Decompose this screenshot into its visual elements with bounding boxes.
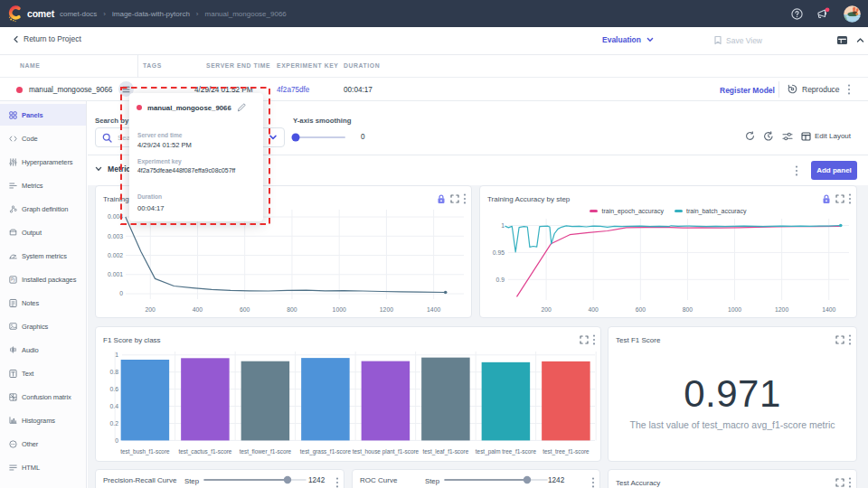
sidebar-item-graph-definition[interactable]: Graph definition — [0, 198, 86, 220]
search-scope-dropdown-icon[interactable] — [269, 134, 278, 141]
sidebar-item-code[interactable]: Code — [0, 127, 86, 149]
sidebar-item-graphics[interactable]: Graphics — [0, 315, 86, 337]
step-slider[interactable] — [444, 474, 551, 486]
svg-text:Py: Py — [11, 277, 16, 282]
bookmark-icon — [713, 35, 722, 45]
sidebar-item-histograms[interactable]: Histograms — [0, 409, 86, 431]
svg-text:800: 800 — [287, 306, 297, 313]
help-icon[interactable] — [791, 8, 803, 20]
popup-field-label: Duration — [137, 193, 162, 200]
svg-text:test_house plant_f1-score: test_house plant_f1-score — [353, 448, 420, 455]
breadcrumb-experiment[interactable]: manual_mongoose_9066 — [205, 10, 287, 18]
collapse-table-icon[interactable] — [856, 37, 864, 43]
svg-text:400: 400 — [193, 306, 203, 313]
other-icon — [9, 440, 17, 448]
breadcrumb: comet-docs › image-data-with-pytorch › m… — [60, 0, 287, 27]
sidebar-item-label: Audio — [22, 346, 39, 354]
code-icon — [9, 135, 17, 143]
sidebar-item-label: Hyperparameters — [22, 158, 72, 166]
save-view-button[interactable]: Save View — [713, 35, 762, 45]
divider — [778, 81, 779, 98]
step-slider[interactable] — [203, 474, 309, 486]
sidebar-item-output[interactable]: Output — [0, 221, 86, 243]
breadcrumb-project[interactable]: image-data-with-pytorch — [112, 10, 190, 18]
edit-name-icon[interactable] — [237, 103, 246, 112]
sidebar-item-installed-packages[interactable]: Py Installed packages — [0, 268, 86, 290]
column-header-name[interactable]: NAME — [20, 62, 40, 69]
avatar[interactable] — [844, 5, 861, 23]
popup-field-label: Server end time — [137, 132, 182, 138]
add-panel-button[interactable]: Add panel — [811, 161, 857, 180]
graph-icon — [9, 205, 17, 213]
table-visibility-icon[interactable] — [836, 35, 848, 45]
svg-text:600: 600 — [240, 306, 250, 313]
svg-text:0.9: 0.9 — [496, 277, 505, 283]
breadcrumb-workspace[interactable]: comet-docs — [60, 10, 97, 18]
reproduce-button[interactable]: Reproduce — [788, 84, 840, 94]
sidebar-item-label: Output — [22, 229, 42, 237]
column-header-tags[interactable]: TAGS — [143, 62, 162, 69]
section-more-options-icon[interactable] — [795, 165, 798, 176]
svg-text:0.4: 0.4 — [110, 403, 119, 409]
experiment-details-popup: manual_mongoose_9066 Server end time 4/2… — [129, 93, 263, 221]
svg-text:0.6: 0.6 — [110, 386, 119, 392]
svg-text:1000: 1000 — [728, 306, 741, 313]
sidebar-item-label: Installed packages — [22, 276, 76, 284]
sidebar-item-other[interactable]: Other — [0, 433, 86, 455]
filter-settings-icon[interactable] — [782, 132, 793, 141]
register-model-link[interactable]: Register Model — [720, 86, 775, 95]
svg-text:0.003: 0.003 — [108, 233, 123, 239]
step-label: Step — [184, 477, 199, 485]
packages-icon: Py — [9, 276, 17, 284]
sidebar-item-html[interactable]: HTML — [0, 456, 86, 478]
sidebar-item-label: Histograms — [22, 417, 55, 425]
row-more-options-icon[interactable] — [847, 84, 851, 95]
sidebar-item-label: Text — [22, 370, 33, 378]
svg-text:1: 1 — [115, 352, 118, 358]
sidebar-item-panels[interactable]: Panels — [0, 104, 86, 126]
comet-logo-text: comet — [27, 8, 54, 19]
panel-title: Precision-Recall Curve — [103, 476, 176, 484]
panel-more-options-icon[interactable] — [848, 477, 852, 488]
metric-value: 0.971 — [609, 372, 856, 416]
sidebar-item-label: Code — [22, 135, 38, 143]
expand-icon[interactable] — [835, 335, 844, 344]
sidebar-item-audio[interactable]: Audio — [0, 339, 86, 361]
sidebar-item-metrics[interactable]: Metrics — [0, 174, 86, 196]
sidebar-item-label: Panels — [22, 111, 43, 119]
column-header-experiment-key[interactable]: EXPERIMENT KEY — [277, 62, 338, 69]
html-icon — [9, 464, 17, 472]
panel-more-options-icon[interactable] — [848, 334, 852, 345]
panel-training_accuracy: Training Accuracy by step train_epoch_ac… — [479, 185, 857, 318]
panel-title: Test F1 Score — [616, 336, 660, 344]
comet-experiment-page: comet comet-docs › image-data-with-pytor… — [0, 0, 868, 488]
refresh-icon[interactable] — [745, 131, 755, 141]
step-value: 1242 — [308, 476, 325, 484]
sidebar-item-system-metrics[interactable]: System metrics — [0, 245, 86, 267]
panel-more-options-icon[interactable] — [335, 477, 339, 488]
popup-field-label: Experiment key — [137, 158, 182, 164]
sidebar-item-notes[interactable]: Notes — [0, 292, 86, 314]
sidebar-item-hyperparameters[interactable]: Hyperparameters — [0, 151, 86, 173]
text-icon — [9, 370, 17, 378]
edit-layout-button[interactable]: Edit Layout — [801, 132, 851, 141]
panel-more-options-icon[interactable] — [591, 477, 595, 488]
sidebar-item-confusion-matrix[interactable]: Confusion matrix — [0, 386, 86, 408]
smoothing-slider[interactable] — [290, 132, 348, 143]
notes-icon — [9, 299, 17, 307]
svg-text:test_palm tree_f1-score: test_palm tree_f1-score — [476, 448, 537, 455]
expand-icon[interactable] — [835, 478, 844, 487]
auto-refresh-icon[interactable] — [763, 131, 774, 141]
sidebar-item-label: Notes — [22, 299, 39, 307]
comet-logo[interactable]: comet — [7, 4, 56, 23]
column-header-server-end-time[interactable]: SERVER END TIME — [206, 62, 270, 69]
view-selector-dropdown[interactable]: Evaluation — [602, 35, 654, 44]
announcements-icon[interactable] — [816, 7, 830, 20]
sidebar-item-text[interactable]: Text — [0, 362, 86, 384]
sidebar-item-label: Graph definition — [22, 205, 68, 213]
column-header-duration[interactable]: DURATION — [344, 62, 380, 69]
hyperparameters-icon — [9, 158, 17, 166]
svg-text:1: 1 — [501, 222, 505, 229]
metrics-icon — [9, 182, 17, 190]
confusion-icon — [9, 393, 17, 401]
